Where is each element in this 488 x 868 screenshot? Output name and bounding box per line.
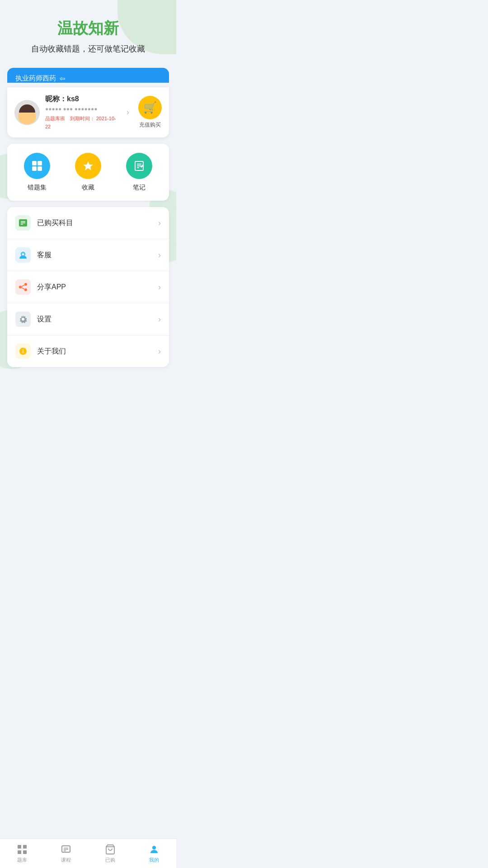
wrong-set-icon [24,153,50,179]
purchased-arrow: › [158,218,161,228]
menu-item-share[interactable]: 分享APP › [7,271,169,303]
svg-rect-3 [38,166,42,171]
svg-rect-2 [32,166,37,171]
action-favorites[interactable]: 收藏 [75,153,101,192]
profile-expire-row: 品题库班 到期时间： 2021-10-22 [45,114,117,130]
svg-point-15 [22,253,24,255]
blue-banner: 执业药师西药 ⇦ [7,68,169,83]
notes-label: 笔记 [133,184,145,192]
action-notes[interactable]: 笔记 [126,153,152,192]
purchased-label: 已购买科目 [37,218,158,228]
profile-badge: 品题库班 [45,115,65,122]
recharge-button[interactable]: 🛒 充值购买 [138,96,162,129]
profile-card: 昵称：ks8 ●●●●● ●●● ●●●●●●● 品题库班 到期时间： 2021… [7,87,169,137]
page-title: 温故知新 [9,18,167,39]
menu-item-about[interactable]: i 关于我们 › [7,335,169,367]
about-icon-wrap: i [15,344,31,359]
about-arrow: › [158,347,161,356]
svg-point-17 [19,286,22,288]
about-label: 关于我们 [37,347,158,356]
customer-service-icon-wrap [15,247,31,263]
wrong-set-label: 错题集 [28,184,47,192]
menu-item-customer-service[interactable]: 客服 › [7,239,169,271]
favorites-icon [75,153,101,179]
svg-rect-1 [38,161,42,165]
notes-icon [126,153,152,179]
share-label: 分享APP [37,283,158,292]
menu-card: 已购买科目 › 客服 › [7,207,169,367]
settings-label: 设置 [37,315,158,324]
profile-sub: ●●●●● ●●● ●●●●●●● [45,106,117,112]
svg-rect-0 [32,161,37,165]
avatar [14,100,40,125]
customer-service-label: 客服 [37,250,158,260]
nickname-value: ks8 [67,95,79,103]
svg-point-16 [24,283,27,286]
customer-service-arrow: › [158,250,161,260]
share-icon-wrap [15,279,31,295]
svg-line-19 [22,285,24,287]
profile-name: 昵称：ks8 [45,94,117,104]
nickname-label: 昵称： [45,95,67,103]
menu-item-settings[interactable]: 设置 › [7,303,169,335]
svg-line-20 [22,288,24,289]
svg-marker-4 [83,161,93,170]
share-arrow: › [158,283,161,292]
header-section: 温故知新 自动收藏错题，还可做笔记收藏 [0,0,176,63]
menu-item-purchased[interactable]: 已购买科目 › [7,207,169,239]
action-wrong-set[interactable]: 错题集 [24,153,50,192]
recharge-icon: 🛒 [138,96,162,119]
svg-point-22 [22,318,24,321]
settings-arrow: › [158,315,161,324]
favorites-label: 收藏 [82,184,94,192]
profile-arrow[interactable]: › [127,108,129,117]
actions-card: 错题集 收藏 笔记 [7,144,169,201]
profile-info: 昵称：ks8 ●●●●● ●●● ●●●●●●● 品题库班 到期时间： 2021… [45,94,117,130]
settings-icon-wrap [15,311,31,327]
banner-arrow: ⇦ [60,75,66,83]
svg-point-18 [24,288,27,291]
recharge-label: 充值购买 [139,121,161,129]
page-subtitle: 自动收藏错题，还可做笔记收藏 [9,43,167,54]
purchased-icon-wrap [15,215,31,231]
svg-text:i: i [22,349,23,354]
banner-text: 执业药师西药 [15,74,56,83]
